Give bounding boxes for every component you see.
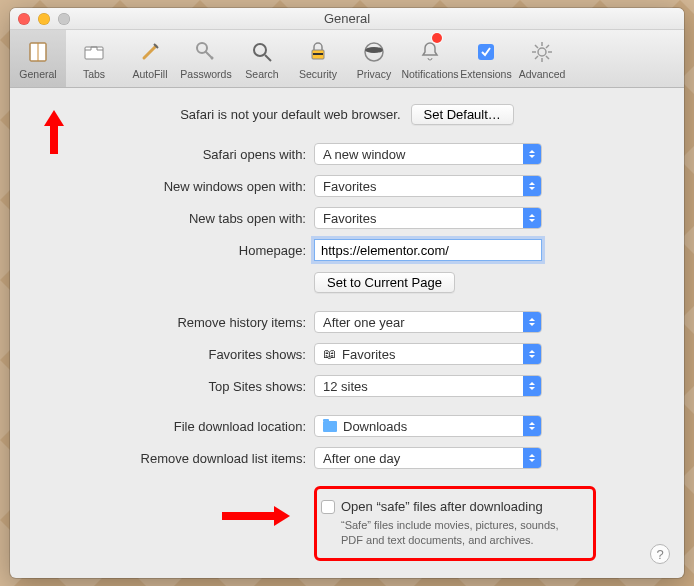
toolbar-label: Extensions [460,68,511,80]
toolbar-tab-general[interactable]: General [10,30,66,87]
toolbar-label: General [19,68,56,80]
label-new-windows: New windows open with: [34,179,314,194]
toolbar-label: AutoFill [132,68,167,80]
security-icon [304,38,332,66]
dropdown-arrows-icon [523,415,541,437]
toolbar-tab-search[interactable]: Search [234,30,290,87]
label-opens-with: Safari opens with: [34,147,314,162]
select-favorites-shows[interactable]: 📖︎ Favorites [314,343,542,365]
default-browser-text: Safari is not your default web browser. [180,107,400,122]
label-remove-history: Remove history items: [34,315,314,330]
close-window-button[interactable] [18,13,30,25]
window-title: General [324,11,370,26]
annotation-arrow-right [222,506,300,526]
annotation-highlight-box: Open “safe” files after downloading “Saf… [314,486,596,561]
toolbar-label: Search [245,68,278,80]
toolbar-tab-autofill[interactable]: AutoFill [122,30,178,87]
set-current-page-button[interactable]: Set to Current Page [314,272,455,293]
title-bar: General [10,8,684,30]
label-top-sites: Top Sites shows: [34,379,314,394]
toolbar-label: Notifications [401,68,458,80]
preferences-content: Safari is not your default web browser. … [10,88,684,578]
toolbar-tab-extensions[interactable]: Extensions [458,30,514,87]
advanced-icon [528,38,556,66]
toolbar-tab-security[interactable]: Security [290,30,346,87]
dropdown-arrows-icon [523,343,541,365]
traffic-lights [18,13,70,25]
select-opens-with[interactable]: A new window [314,143,542,165]
svg-line-20 [546,45,549,48]
help-button[interactable]: ? [650,544,670,564]
label-favorites-shows: Favorites shows: [34,347,314,362]
select-top-sites[interactable]: 12 sites [314,375,542,397]
autofill-icon [136,38,164,66]
dropdown-arrows-icon [523,207,541,229]
toolbar-tab-notifications[interactable]: Notifications [402,30,458,87]
preferences-window: General General Tabs AutoFill Passwords [10,8,684,578]
svg-point-12 [538,48,546,56]
set-default-button[interactable]: Set Default… [411,104,514,125]
minimize-window-button[interactable] [38,13,50,25]
privacy-icon [360,38,388,66]
toolbar-label: Privacy [357,68,391,80]
dropdown-arrows-icon [523,447,541,469]
dropdown-arrows-icon [523,311,541,333]
extensions-icon [472,38,500,66]
general-icon [24,38,52,66]
tabs-icon [80,38,108,66]
svg-line-6 [265,55,271,61]
dropdown-arrows-icon [523,175,541,197]
toolbar-tab-privacy[interactable]: Privacy [346,30,402,87]
svg-point-10 [365,47,383,53]
label-new-tabs: New tabs open with: [34,211,314,226]
label-homepage: Homepage: [34,243,314,258]
passwords-icon [192,38,220,66]
search-icon [248,38,276,66]
toolbar-label: Security [299,68,337,80]
svg-point-5 [254,44,266,56]
open-safe-files-description: “Safe” files include movies, pictures, s… [341,518,581,548]
open-safe-files-label: Open “safe” files after downloading [341,499,581,514]
toolbar-label: Passwords [180,68,231,80]
homepage-input[interactable] [314,239,542,261]
svg-rect-3 [85,47,103,59]
svg-line-17 [535,45,538,48]
select-remove-downloads[interactable]: After one day [314,447,542,469]
svg-rect-8 [313,53,323,55]
label-download-location: File download location: [34,419,314,434]
svg-line-18 [546,56,549,59]
label-remove-downloads: Remove download list items: [34,451,314,466]
zoom-window-button[interactable] [58,13,70,25]
select-new-tabs[interactable]: Favorites [314,207,542,229]
folder-icon [323,421,337,432]
select-remove-history[interactable]: After one year [314,311,542,333]
toolbar-label: Advanced [519,68,566,80]
book-icon: 📖︎ [323,346,336,362]
open-safe-files-checkbox[interactable] [321,500,335,514]
toolbar-tab-advanced[interactable]: Advanced [514,30,570,87]
preferences-toolbar: General Tabs AutoFill Passwords Search [10,30,684,88]
select-download-location[interactable]: Downloads [314,415,542,437]
dropdown-arrows-icon [523,375,541,397]
dropdown-arrows-icon [523,143,541,165]
notification-badge [432,33,442,43]
toolbar-label: Tabs [83,68,105,80]
svg-line-19 [535,56,538,59]
annotation-arrow-up [44,100,64,154]
toolbar-tab-passwords[interactable]: Passwords [178,30,234,87]
toolbar-tab-tabs[interactable]: Tabs [66,30,122,87]
select-new-windows[interactable]: Favorites [314,175,542,197]
